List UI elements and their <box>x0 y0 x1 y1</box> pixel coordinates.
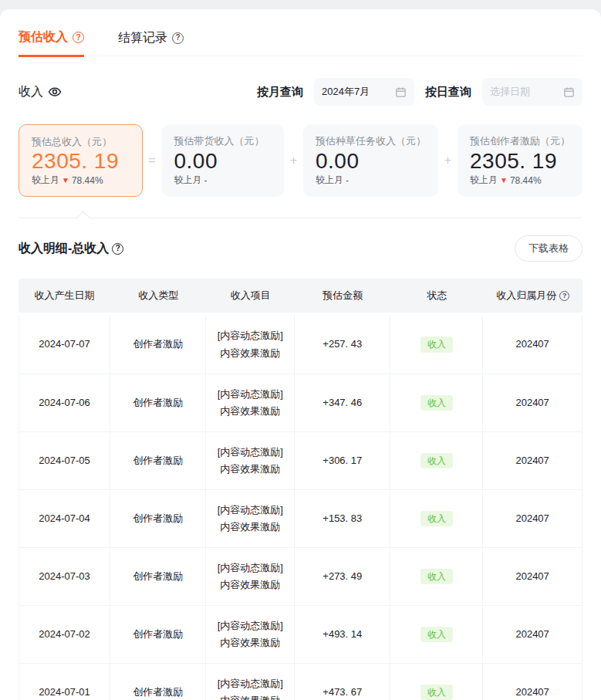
help-icon[interactable]: ? <box>172 32 184 44</box>
cell-project: [内容动态激励] 内容效果激励 <box>206 316 295 374</box>
status-badge: 收入 <box>420 627 453 642</box>
compare-label: 较上月 <box>174 174 202 187</box>
col-header-project: 收入项目 <box>206 289 295 303</box>
card-label: 预估总收入（元） <box>32 135 130 149</box>
compare-label: 较上月 <box>316 174 343 187</box>
compare-value: - <box>346 175 349 186</box>
tab-settlement-records[interactable]: 结算记录 ? <box>118 29 184 56</box>
detail-title-text: 收入明细-总收入 <box>19 241 109 257</box>
compare-value: 78.44% <box>510 175 542 186</box>
card-compare: 较上月 - <box>316 174 426 187</box>
month-picker-input[interactable]: 2024年7月 <box>314 78 414 106</box>
day-picker-input[interactable]: 选择日期 <box>482 78 582 106</box>
cell-date: 2024-07-05 <box>19 432 110 489</box>
compare-value: - <box>204 175 208 186</box>
income-section-label: 收入 <box>19 84 62 100</box>
cell-project: [内容动态激励] 内容效果激励 <box>206 374 295 431</box>
status-badge: 收入 <box>420 453 453 468</box>
cell-project: [内容动态激励] 内容效果激励 <box>206 606 295 663</box>
cell-status: 收入 <box>390 606 483 663</box>
cell-amount: +493. 14 <box>295 606 390 663</box>
table-row[interactable]: 2024-07-03 创作者激励 [内容动态激励] 内容效果激励 +273. 4… <box>19 547 582 605</box>
card-label: 预估种草任务收入（元） <box>316 134 426 148</box>
calendar-icon <box>395 86 407 98</box>
card-total-income[interactable]: 预估总收入（元） 2305. 19 较上月 ▼ 78.44% <box>19 124 143 197</box>
cell-status: 收入 <box>390 432 483 489</box>
day-query-label: 按日查询 <box>425 85 471 100</box>
cell-month: 202407 <box>483 606 582 663</box>
cell-status: 收入 <box>390 374 483 431</box>
card-compare: 较上月 ▼ 78.44% <box>32 174 130 187</box>
cell-month: 202407 <box>483 490 582 547</box>
table-row[interactable]: 2024-07-06 创作者激励 [内容动态激励] 内容效果激励 +347. 4… <box>19 374 582 431</box>
table-row[interactable]: 2024-07-04 创作者激励 [内容动态激励] 内容效果激励 +153. 8… <box>19 489 582 547</box>
card-label: 预估带货收入（元） <box>174 134 272 148</box>
card-value: 0.00 <box>316 149 426 174</box>
card-goods-income[interactable]: 预估带货收入（元） 0.00 较上月 - <box>162 124 285 197</box>
eye-icon[interactable] <box>48 85 62 99</box>
cell-type: 创作者激励 <box>110 432 206 489</box>
cell-month: 202407 <box>483 316 582 374</box>
status-badge: 收入 <box>420 511 453 526</box>
cell-type: 创作者激励 <box>110 490 206 547</box>
card-value: 0.00 <box>174 149 272 174</box>
table-header-row: 收入产生日期 收入类型 收入项目 预估金额 状态 收入归属月份 ? <box>19 279 582 313</box>
tabbar: 预估收入 ? 结算记录 ? <box>19 9 582 56</box>
equals-operator: = <box>143 124 162 197</box>
calendar-icon <box>563 86 575 98</box>
card-label: 预估创作者激励（元） <box>470 134 570 148</box>
divider <box>19 218 582 218</box>
cell-project: [内容动态激励] 内容效果激励 <box>206 490 295 547</box>
main-panel: 预估收入 ? 结算记录 ? 收入 按月查询 2024年7月 按日查询 <box>0 9 601 700</box>
cell-amount: +473. 67 <box>295 664 390 700</box>
cell-date: 2024-07-01 <box>19 664 110 700</box>
tab-settlement-records-label: 结算记录 <box>118 30 167 46</box>
detail-section-header: 收入明细-总收入 ? 下载表格 <box>19 235 582 262</box>
cell-month: 202407 <box>483 664 582 700</box>
card-compare: 较上月 - <box>174 174 272 187</box>
cell-date: 2024-07-03 <box>19 548 110 605</box>
day-picker-placeholder: 选择日期 <box>490 85 530 99</box>
compare-label: 较上月 <box>470 174 498 187</box>
compare-value: 78.44% <box>72 175 103 186</box>
card-seeding-task-income[interactable]: 预估种草任务收入（元） 0.00 较上月 - <box>303 124 438 197</box>
table-row[interactable]: 2024-07-02 创作者激励 [内容动态激励] 内容效果激励 +493. 1… <box>19 605 582 663</box>
status-badge: 收入 <box>420 336 453 352</box>
tab-estimated-income[interactable]: 预估收入 ? <box>19 29 84 57</box>
date-filters: 按月查询 2024年7月 按日查询 选择日期 <box>257 78 582 106</box>
help-icon[interactable]: ? <box>112 243 123 255</box>
card-value: 2305. 19 <box>32 149 130 174</box>
cell-type: 创作者激励 <box>110 664 206 700</box>
month-picker-value: 2024年7月 <box>322 85 370 99</box>
help-icon[interactable]: ? <box>559 291 569 301</box>
cell-type: 创作者激励 <box>110 374 206 431</box>
table-row[interactable]: 2024-07-05 创作者激励 [内容动态激励] 内容效果激励 +306. 1… <box>19 431 582 489</box>
cell-type: 创作者激励 <box>110 316 206 374</box>
tab-estimated-income-label: 预估收入 <box>19 29 68 46</box>
col-header-date: 收入产生日期 <box>19 289 110 303</box>
cell-amount: +257. 43 <box>295 316 390 374</box>
cell-status: 收入 <box>390 490 483 547</box>
help-icon[interactable]: ? <box>73 32 84 43</box>
table-row[interactable]: 2024-07-01 创作者激励 [内容动态激励] 内容效果激励 +473. 6… <box>19 663 582 700</box>
cell-month: 202407 <box>483 374 582 431</box>
cell-type: 创作者激励 <box>110 606 206 663</box>
download-table-button[interactable]: 下载表格 <box>515 235 582 262</box>
status-badge: 收入 <box>420 569 453 584</box>
cell-amount: +306. 17 <box>295 432 390 489</box>
cell-status: 收入 <box>390 664 483 700</box>
cell-status: 收入 <box>390 316 483 374</box>
card-compare: 较上月 ▼ 78.44% <box>470 174 570 187</box>
col-header-status: 状态 <box>390 289 483 303</box>
cell-amount: +153. 83 <box>295 490 390 547</box>
card-creator-incentive[interactable]: 预估创作者激励（元） 2305. 19 较上月 ▼ 78.44% <box>458 124 582 197</box>
cell-date: 2024-07-06 <box>19 374 110 431</box>
table-row[interactable]: 2024-07-07 创作者激励 [内容动态激励] 内容效果激励 +257. 4… <box>19 316 582 374</box>
cell-date: 2024-07-02 <box>19 606 110 663</box>
down-arrow-icon: ▼ <box>62 176 69 184</box>
cell-type: 创作者激励 <box>110 548 206 605</box>
compare-label: 较上月 <box>32 174 59 187</box>
col-header-month: 收入归属月份 ? <box>483 289 582 303</box>
status-badge: 收入 <box>420 395 453 411</box>
income-detail-table: 收入产生日期 收入类型 收入项目 预估金额 状态 收入归属月份 ? 2024-0… <box>19 279 582 700</box>
